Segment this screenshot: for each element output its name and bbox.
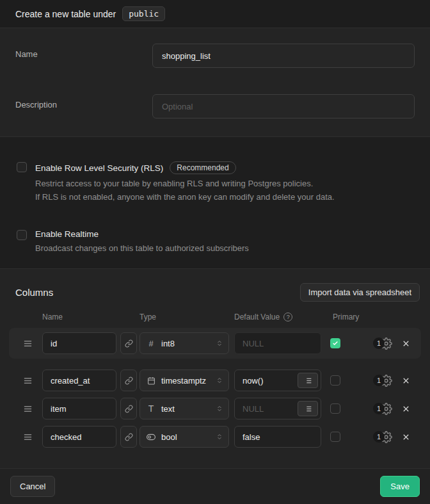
chevron-updown-icon xyxy=(216,339,223,348)
delete-column-icon[interactable] xyxy=(401,432,411,442)
column-type-select[interactable]: bool xyxy=(139,426,229,448)
column-row-checked: bool 1 xyxy=(0,423,430,451)
rls-label: Enable Row Level Security (RLS) xyxy=(35,163,163,173)
drag-handle-icon[interactable] xyxy=(23,432,36,442)
column-type-select[interactable]: timestamptz xyxy=(139,370,229,391)
table-description-input[interactable] xyxy=(152,94,415,118)
name-label: Name xyxy=(15,44,152,59)
options-section: Enable Row Level Security (RLS) Recommen… xyxy=(0,137,430,269)
cancel-button[interactable]: Cancel xyxy=(10,476,55,497)
create-table-dialog: Create a new table under public Name Des… xyxy=(0,0,430,504)
schema-badge: public xyxy=(122,6,165,21)
drag-handle-icon[interactable] xyxy=(23,404,36,414)
rls-toggle-row: Enable Row Level Security (RLS) Recommen… xyxy=(17,161,415,204)
realtime-description: Broadcast changes on this table to autho… xyxy=(35,241,249,255)
import-spreadsheet-button[interactable]: Import data via spreadsheet xyxy=(300,283,420,302)
primary-key-checkbox[interactable] xyxy=(330,375,340,386)
chevron-updown-icon xyxy=(216,376,223,385)
foreign-key-icon[interactable] xyxy=(120,370,137,391)
text-type-icon: T xyxy=(147,403,155,414)
settings-count-badge: 1 xyxy=(373,403,385,414)
settings-count-badge: 1 xyxy=(373,431,385,443)
primary-key-checkbox[interactable] xyxy=(330,338,340,348)
help-icon[interactable]: ? xyxy=(283,313,292,321)
name-row: Name xyxy=(15,44,415,68)
rls-description-line2: If RLS is not enabled, anyone with the a… xyxy=(35,190,335,204)
foreign-key-icon[interactable] xyxy=(120,398,137,419)
table-name-input[interactable] xyxy=(152,44,415,68)
columns-grid-header: Name Type Default Value ? Primary xyxy=(0,313,430,321)
columns-title: Columns xyxy=(15,287,53,298)
hash-icon: # xyxy=(147,339,155,348)
delete-column-icon[interactable] xyxy=(401,404,411,414)
settings-count-badge: 1 xyxy=(373,337,385,349)
description-row: Description xyxy=(15,94,415,118)
realtime-label: Enable Realtime xyxy=(35,229,99,239)
delete-column-icon[interactable] xyxy=(401,339,411,348)
dialog-header: Create a new table under public xyxy=(0,0,430,28)
settings-count-badge: 1 xyxy=(373,375,385,386)
column-header-primary: Primary xyxy=(321,313,360,321)
dialog-title: Create a new table under xyxy=(15,9,116,19)
chevron-updown-icon xyxy=(216,432,223,441)
drag-handle-icon[interactable] xyxy=(23,339,36,348)
column-row-created-at: timestamptz 1 xyxy=(0,366,430,394)
drag-handle-icon[interactable] xyxy=(23,376,36,386)
column-row-id: # int8 1 xyxy=(9,328,421,359)
table-info-section: Name Description xyxy=(0,28,430,137)
column-header-default: Default Value xyxy=(234,313,280,321)
chevron-updown-icon xyxy=(216,404,223,413)
column-default-input[interactable] xyxy=(234,426,321,448)
column-header-name: Name xyxy=(42,313,116,321)
realtime-toggle-row: Enable Realtime Broadcast changes on thi… xyxy=(17,229,415,255)
default-suggestions-icon[interactable] xyxy=(298,373,318,388)
primary-key-checkbox[interactable] xyxy=(330,432,340,442)
column-name-input[interactable] xyxy=(42,398,116,419)
column-default-input xyxy=(234,332,321,354)
foreign-key-icon[interactable] xyxy=(120,426,137,448)
column-type-select[interactable]: T text xyxy=(139,398,229,419)
foreign-key-icon[interactable] xyxy=(120,332,137,354)
column-type-select[interactable]: # int8 xyxy=(139,332,229,354)
description-label: Description xyxy=(15,94,152,110)
column-header-type: Type xyxy=(139,313,229,321)
column-name-input[interactable] xyxy=(42,332,116,354)
dialog-footer: Cancel Save xyxy=(0,468,430,504)
recommended-badge: Recommended xyxy=(170,161,235,174)
default-suggestions-icon[interactable] xyxy=(298,401,318,416)
primary-key-checkbox[interactable] xyxy=(330,403,340,414)
columns-section: Columns Import data via spreadsheet Name… xyxy=(0,269,430,468)
column-name-input[interactable] xyxy=(42,370,116,391)
boolean-toggle-icon xyxy=(147,432,155,442)
column-row-item: T text 1 xyxy=(0,394,430,423)
realtime-checkbox[interactable] xyxy=(17,230,27,240)
delete-column-icon[interactable] xyxy=(401,376,411,386)
rls-checkbox[interactable] xyxy=(17,162,27,172)
column-name-input[interactable] xyxy=(42,426,116,448)
rls-description-line1: Restrict access to your table by enablin… xyxy=(35,177,335,190)
save-button[interactable]: Save xyxy=(380,476,420,497)
calendar-icon xyxy=(147,377,155,385)
